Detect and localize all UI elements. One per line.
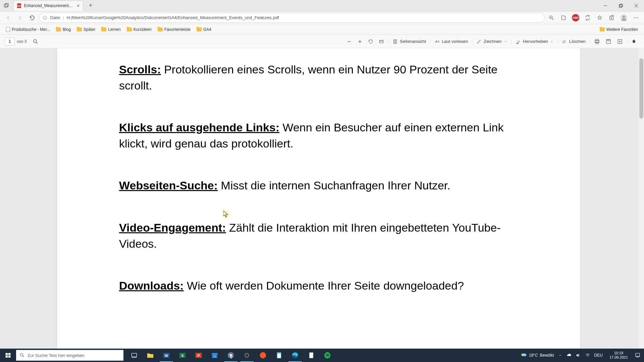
svg-point-24	[636, 17, 636, 18]
folder-icon	[197, 27, 202, 32]
chevron-up-icon[interactable]	[558, 353, 562, 357]
task-view-button[interactable]	[126, 349, 142, 362]
save-button[interactable]	[603, 37, 614, 46]
svg-rect-5	[619, 5, 622, 7]
zoom-in-button[interactable]	[355, 38, 365, 46]
svg-text:W: W	[165, 354, 168, 358]
folder-icon	[127, 27, 132, 32]
onedrive-icon[interactable]	[566, 353, 572, 358]
read-aloud-button[interactable]: ALaut vorlesen	[432, 38, 471, 46]
save-as-button[interactable]	[614, 37, 626, 46]
pdf-toolbar: von 3 Seitenansicht ALaut vorlesen Zeich…	[0, 35, 644, 48]
bookmark-item[interactable]: Favoritenleiste	[155, 26, 193, 33]
folder-icon	[56, 27, 61, 32]
clock[interactable]: 10:19 17.09.2021	[607, 351, 631, 360]
svg-point-26	[34, 40, 37, 43]
fit-button[interactable]	[376, 38, 387, 46]
word-app[interactable]: W	[158, 349, 174, 362]
erase-button[interactable]: Löschen	[559, 38, 588, 46]
explorer-app[interactable]	[142, 349, 158, 362]
minimize-button[interactable]	[598, 0, 613, 11]
profile-button[interactable]	[619, 13, 629, 23]
svg-point-25	[637, 17, 638, 18]
browser-tab[interactable]: PDF Enhanced_Measurement_Events ×	[13, 0, 83, 11]
chrome-icon	[227, 352, 234, 359]
tab-actions-button[interactable]	[0, 0, 13, 11]
more-favorites-button[interactable]: Weitere Favoriten	[597, 26, 641, 33]
url-box[interactable]: Datei | H:/Mein%20Kurse/Google%20Analyti…	[39, 13, 545, 23]
highlight-button[interactable]: Hervorheben	[513, 38, 556, 46]
adblocker-button[interactable]: ABP	[570, 13, 581, 23]
tab-close-button[interactable]: ×	[76, 3, 80, 8]
svg-point-23	[634, 17, 635, 18]
powerpoint-app[interactable]: P	[191, 349, 207, 362]
new-tab-button[interactable]: +	[85, 1, 96, 11]
folder-icon	[147, 352, 154, 358]
draw-button[interactable]: Zeichnen	[474, 38, 509, 46]
svg-rect-6	[620, 4, 623, 7]
app-icon-2[interactable]	[303, 349, 319, 362]
page-number-input[interactable]	[5, 38, 15, 46]
bookmark-item[interactable]: GA4	[194, 26, 214, 33]
zoom-button[interactable]	[546, 13, 557, 23]
favorites-button[interactable]	[594, 13, 605, 23]
dots-icon	[633, 15, 639, 21]
svg-rect-51	[147, 354, 153, 358]
tab-strip: PDF Enhanced_Measurement_Events × +	[0, 0, 598, 11]
forward-button[interactable]	[15, 13, 25, 23]
pdf-viewport[interactable]: Scrolls: Protokollieren eines Scrolls, w…	[0, 48, 644, 349]
doc-entry: Webseiten-Suche: Misst die internen Such…	[119, 178, 518, 194]
abp-icon: ABP	[572, 14, 579, 21]
bookmark-item[interactable]: Später	[74, 26, 98, 33]
excel-app[interactable]: X	[174, 349, 191, 362]
calendar-app[interactable]: 22	[207, 349, 223, 362]
reload-button[interactable]	[27, 13, 38, 23]
edge-app[interactable]	[287, 349, 303, 362]
taskbar-search[interactable]: Zur Suche Text hier eingeben	[16, 350, 123, 361]
svg-rect-41	[607, 40, 609, 41]
pin-icon	[631, 39, 637, 44]
bookmark-item[interactable]: Blog	[53, 26, 73, 33]
star-icon	[597, 15, 603, 21]
bookmark-item[interactable]: Produktsuche - Mer...	[3, 25, 53, 33]
rotate-button[interactable]	[365, 38, 376, 46]
vertical-scrollbar[interactable]	[639, 48, 644, 349]
volume-icon[interactable]	[576, 353, 581, 358]
notepad-app[interactable]	[271, 349, 287, 362]
menu-button[interactable]	[631, 13, 641, 23]
print-button[interactable]	[591, 37, 603, 46]
scrollbar-thumb[interactable]	[639, 58, 643, 119]
back-icon	[5, 15, 11, 21]
chrome-app[interactable]	[223, 349, 239, 362]
bookmark-item[interactable]: Lernen	[99, 26, 123, 33]
wifi-icon[interactable]	[585, 353, 590, 358]
close-button[interactable]	[629, 0, 644, 11]
search-icon	[19, 353, 25, 358]
app-icon-1[interactable]	[255, 349, 271, 362]
start-button[interactable]	[0, 349, 16, 362]
language-indicator[interactable]: DEU	[594, 353, 603, 358]
back-button[interactable]	[3, 13, 13, 23]
bookmark-item[interactable]: Kursideen	[124, 26, 154, 33]
obs-app[interactable]	[239, 349, 255, 362]
folder-icon	[600, 27, 605, 32]
svg-line-13	[552, 18, 553, 20]
spotify-app[interactable]	[319, 349, 335, 362]
page-view-button[interactable]: Seitenansicht	[390, 38, 429, 46]
reading-list-button[interactable]	[558, 13, 569, 23]
find-button[interactable]	[30, 37, 41, 46]
pin-toolbar-button[interactable]	[629, 38, 639, 46]
doc-app-icon	[308, 352, 315, 359]
maximize-button[interactable]	[613, 0, 629, 11]
svg-rect-44	[8, 353, 11, 355]
svg-point-22	[623, 15, 625, 18]
minimize-icon	[603, 4, 607, 8]
zoom-out-button[interactable]	[344, 38, 355, 46]
weather-widget[interactable]: 18°C Bewölkt	[520, 352, 554, 359]
svg-point-63	[244, 352, 250, 358]
sync-button[interactable]	[582, 13, 593, 23]
collections-button[interactable]	[606, 13, 617, 23]
notepad-icon	[276, 352, 282, 359]
obs-icon	[243, 352, 251, 359]
notifications-icon[interactable]	[635, 352, 641, 358]
